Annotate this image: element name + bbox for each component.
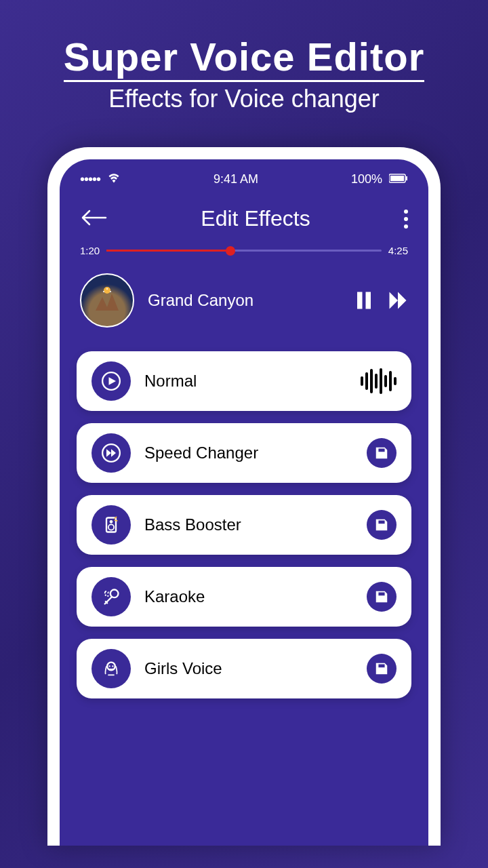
fast-forward-icon (92, 433, 131, 473)
svg-point-19 (112, 665, 113, 667)
svg-point-15 (105, 595, 106, 596)
save-button[interactable] (367, 510, 396, 540)
svg-point-18 (109, 665, 110, 667)
page-title: Edit Effects (107, 206, 404, 231)
track-name: Grand Canyon (148, 291, 340, 310)
wifi-icon (107, 172, 121, 186)
girl-icon (92, 649, 131, 688)
battery-icon (389, 172, 408, 186)
save-button[interactable] (367, 654, 396, 684)
elapsed-time: 1:20 (80, 245, 100, 256)
signal-icon: ••••• (80, 172, 100, 187)
track-art-icon (80, 273, 134, 328)
svg-rect-7 (357, 292, 363, 309)
svg-rect-8 (366, 292, 371, 309)
promo-title: Super Voice Editor (14, 34, 474, 79)
effect-label: Karaoke (144, 587, 353, 606)
promo-header: Super Voice Editor Effects for Voice cha… (0, 0, 488, 134)
back-button[interactable] (80, 208, 107, 231)
effect-label: Girls Voice (144, 659, 353, 678)
menu-button[interactable] (404, 210, 408, 229)
svg-point-4 (106, 288, 108, 290)
save-button[interactable] (367, 438, 396, 468)
svg-point-3 (104, 287, 110, 294)
svg-point-6 (110, 291, 111, 292)
speaker-icon (92, 505, 131, 545)
save-button[interactable] (367, 582, 396, 612)
effect-label: Bass Booster (144, 515, 353, 534)
pause-button[interactable] (354, 290, 374, 311)
effect-label: Normal (144, 372, 347, 391)
player-area: 1:20 4:25 Grand Canyon (60, 245, 428, 341)
effect-item-karaoke[interactable]: Karaoke (77, 567, 411, 627)
effect-item-normal[interactable]: Normal (77, 351, 411, 411)
seek-thumb[interactable] (226, 246, 235, 256)
total-time: 4:25 (388, 245, 408, 256)
effect-label: Speed Changer (144, 443, 353, 462)
svg-point-13 (108, 524, 114, 530)
svg-rect-2 (406, 176, 407, 180)
svg-point-16 (107, 595, 108, 597)
phone-frame: ••••• 9:41 AM 100% Edit Effects (47, 147, 441, 846)
svg-point-12 (110, 520, 113, 524)
play-icon (92, 361, 131, 401)
promo-subtitle: Effects for Voice changer (14, 85, 474, 113)
effect-item-girls[interactable]: Girls Voice (77, 639, 411, 698)
svg-rect-1 (390, 176, 404, 181)
effect-item-bass[interactable]: Bass Booster (77, 495, 411, 555)
status-bar: ••••• 9:41 AM 100% (60, 159, 428, 193)
phone-screen: ••••• 9:41 AM 100% Edit Effects (60, 159, 428, 846)
effects-list: Normal Speed Changer Bass Booster (60, 341, 428, 698)
microphone-icon (92, 577, 131, 616)
next-button[interactable] (388, 290, 408, 311)
status-time: 9:41 AM (214, 172, 258, 186)
app-header: Edit Effects (60, 193, 428, 245)
svg-point-5 (103, 291, 104, 292)
battery-percent: 100% (351, 172, 382, 186)
seek-bar[interactable] (106, 250, 382, 252)
effect-item-speed[interactable]: Speed Changer (77, 423, 411, 483)
waveform-icon (361, 368, 396, 395)
